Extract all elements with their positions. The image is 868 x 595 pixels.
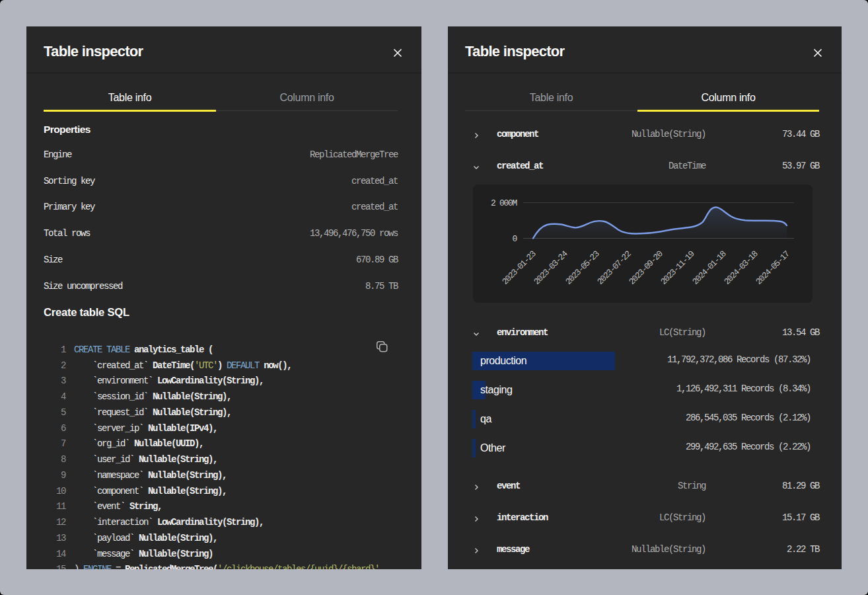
svg-text:0: 0 — [512, 234, 517, 244]
svg-text:2 000M: 2 000M — [491, 198, 517, 208]
